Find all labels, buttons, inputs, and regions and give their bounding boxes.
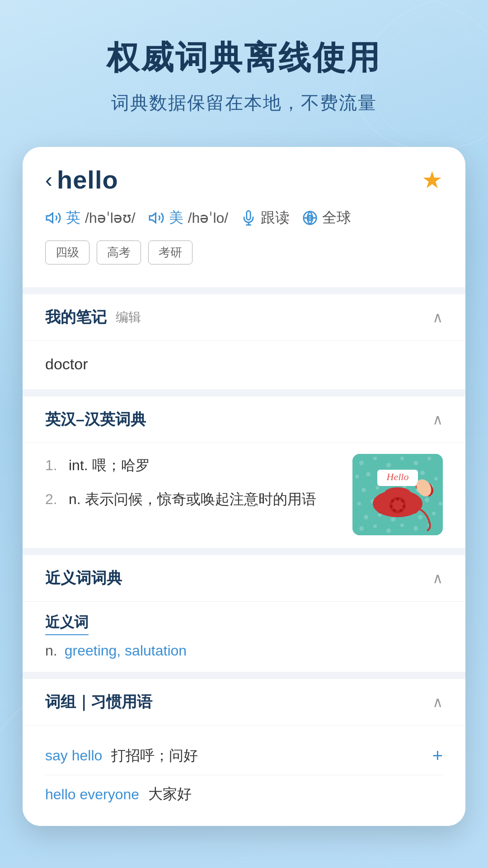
speaker-icon	[45, 210, 61, 226]
notes-section: 我的笔记 编辑 ∧ doctor	[23, 294, 465, 389]
svg-point-38	[432, 512, 436, 515]
dictionary-title: 英汉–汉英词典	[45, 409, 146, 430]
svg-point-19	[434, 477, 438, 481]
svg-point-9	[386, 463, 391, 467]
phrases-title: 词组｜习惯用语	[45, 692, 152, 712]
word-display: hello	[57, 165, 118, 194]
svg-point-42	[400, 524, 404, 527]
main-title: 权威词典离线使用	[27, 36, 461, 80]
def-text-2: n. 表示问候，惊奇或唤起注意时的用语	[69, 488, 316, 511]
phrase-cn-1: 打招呼；问好	[111, 746, 198, 766]
word-header: ‹ hello ★ 英 /həˈləʊ/	[23, 147, 465, 287]
header-section: 权威词典离线使用 词典数据保留在本地，不费流量	[0, 0, 488, 138]
synonym-words: greeting, salutation	[65, 642, 187, 659]
svg-point-56	[393, 509, 396, 512]
follow-read-button[interactable]: 跟读	[241, 208, 290, 228]
svg-point-53	[401, 500, 404, 502]
svg-point-41	[386, 528, 391, 533]
svg-point-12	[427, 457, 431, 460]
global-icon	[302, 210, 318, 226]
svg-point-10	[400, 457, 404, 460]
svg-point-39	[359, 526, 364, 531]
svg-point-35	[391, 517, 395, 522]
american-label: 美	[169, 208, 183, 228]
svg-point-31	[425, 498, 429, 502]
svg-point-26	[357, 502, 361, 505]
svg-point-55	[399, 509, 402, 512]
svg-point-33	[364, 515, 368, 519]
svg-marker-1	[150, 213, 156, 223]
def-num-2: 2.	[45, 488, 63, 511]
dictionary-section: 英汉–汉英词典 ∧ 1. int. 喂；哈罗 2. n. 表示问候，惊奇或唤起注…	[23, 396, 465, 548]
speaker-icon-2	[148, 210, 164, 226]
svg-point-58	[391, 500, 394, 502]
phrase-en-2[interactable]: hello everyone	[45, 786, 139, 803]
svg-point-32	[439, 502, 442, 505]
svg-point-13	[355, 475, 359, 478]
dictionary-collapse-icon[interactable]: ∧	[432, 411, 443, 428]
british-label: 英	[66, 208, 80, 228]
svg-point-34	[378, 513, 381, 517]
global-label: 全球	[322, 208, 351, 228]
tag-kaoyan: 考研	[148, 241, 192, 264]
synonym-row: n. greeting, salutation	[45, 642, 443, 659]
notes-collapse-icon[interactable]: ∧	[432, 309, 443, 326]
global-button[interactable]: 全球	[302, 208, 351, 228]
hello-illustration: Hello	[352, 454, 443, 535]
phrases-collapse-icon[interactable]: ∧	[432, 693, 443, 711]
tags-row: 四级 高考 考研	[45, 241, 443, 264]
synonyms-collapse-icon[interactable]: ∧	[432, 570, 443, 587]
follow-read-label: 跟读	[261, 208, 290, 228]
synonym-pos: n.	[45, 642, 57, 659]
add-phrase-1-button[interactable]: +	[432, 745, 443, 766]
notes-title: 我的笔记	[45, 307, 107, 328]
svg-point-11	[413, 461, 418, 465]
american-text: /həˈlo/	[188, 209, 228, 226]
british-text: /həˈləʊ/	[85, 209, 136, 226]
svg-point-20	[361, 488, 366, 492]
back-button[interactable]: ‹	[45, 169, 52, 191]
bookmark-star-icon[interactable]: ★	[422, 166, 443, 193]
american-pronunciation[interactable]: 美 /həˈlo/	[148, 208, 228, 228]
mic-icon	[241, 210, 256, 226]
definition-1: 1. int. 喂；哈罗	[45, 454, 343, 477]
svg-point-8	[373, 457, 377, 460]
svg-point-52	[396, 498, 399, 500]
notes-edit-button[interactable]: 编辑	[116, 309, 141, 326]
phrase-en-1[interactable]: say hello	[45, 747, 102, 764]
sub-title: 词典数据保留在本地，不费流量	[27, 90, 461, 115]
svg-point-54	[403, 505, 405, 508]
synonyms-section: 近义词词典 ∧ 近义词 n. greeting, salutation	[23, 555, 465, 672]
phrase-item-2: hello everyone 大家好	[45, 775, 443, 813]
synonyms-title: 近义词词典	[45, 568, 122, 589]
svg-text:Hello: Hello	[386, 471, 409, 482]
svg-point-21	[375, 486, 379, 490]
svg-point-37	[418, 515, 422, 519]
def-text-1: int. 喂；哈罗	[69, 454, 150, 477]
svg-point-57	[390, 505, 393, 508]
definitions-area: 1. int. 喂；哈罗 2. n. 表示问候，惊奇或唤起注意时的用语	[45, 454, 343, 522]
phrase-item-1: say hello 打招呼；问好 +	[45, 736, 443, 775]
svg-point-14	[366, 472, 371, 476]
tag-cet4: 四级	[45, 241, 89, 264]
svg-point-7	[359, 461, 364, 465]
svg-marker-0	[47, 213, 53, 223]
synonym-label: 近义词	[45, 613, 89, 635]
pronunciation-row: 英 /həˈləʊ/ 美 /həˈlo/	[45, 208, 443, 228]
phrase-cn-2: 大家好	[148, 784, 192, 804]
phrases-section: 词组｜习惯用语 ∧ say hello 打招呼；问好 + hello every…	[23, 679, 465, 826]
svg-point-40	[373, 524, 377, 528]
definition-2: 2. n. 表示问候，惊奇或唤起注意时的用语	[45, 488, 343, 511]
main-card: ‹ hello ★ 英 /həˈləʊ/	[23, 147, 465, 826]
svg-point-43	[413, 526, 418, 531]
british-pronunciation[interactable]: 英 /həˈləʊ/	[45, 208, 136, 228]
tag-gaokao: 高考	[97, 241, 141, 264]
svg-point-18	[420, 471, 425, 475]
def-num-1: 1.	[45, 454, 63, 477]
notes-content: doctor	[45, 352, 443, 377]
